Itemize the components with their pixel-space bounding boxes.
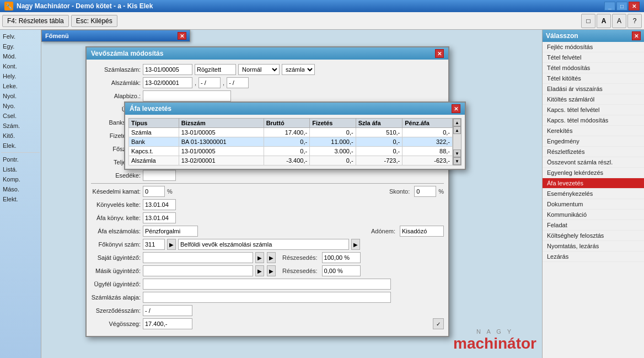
sidebar-item-felv[interactable]: Felv.	[1, 32, 40, 41]
sajat-input[interactable]	[143, 252, 253, 263]
sidebar-item-pontr[interactable]: Pontr.	[1, 155, 40, 164]
szamlaszam-input[interactable]	[143, 64, 192, 75]
sidebar-item-lista[interactable]: Listá.	[1, 165, 40, 174]
alszamlak-dash1[interactable]	[198, 77, 221, 88]
szerzodes-input[interactable]	[143, 305, 192, 316]
szamlazas-input[interactable]	[143, 292, 391, 303]
elszamolas-input[interactable]	[143, 226, 198, 237]
scroll-down2-button[interactable]: ▼	[453, 149, 461, 157]
reszesedes2-input[interactable]	[322, 265, 361, 276]
table-row[interactable]: Kapcs.t.13-01/000050,-3.000,-0,-88,-	[129, 147, 453, 156]
valasszon-item[interactable]: Lezárás	[543, 252, 644, 262]
valasszon-item[interactable]: Dokumentum	[543, 199, 644, 210]
masik-input[interactable]	[143, 265, 253, 276]
valasszon-item[interactable]: Összevont számla részl.	[543, 157, 644, 168]
sidebar-item-egy[interactable]: Egy.	[1, 42, 40, 51]
vegosszeg-input[interactable]	[143, 318, 192, 329]
ugyfel-ugyintező-input[interactable]	[143, 279, 391, 290]
valasszon-item[interactable]: Eseménykezelés	[543, 189, 644, 199]
help-button[interactable]: ?	[627, 14, 642, 28]
esc-button[interactable]: Esc: Kilépés	[71, 15, 117, 27]
sidebar-item-nyol[interactable]: Nyol.	[1, 92, 40, 100]
table-cell: 17.400,-	[264, 128, 310, 137]
skonto-input[interactable]	[414, 186, 436, 197]
sajat-browse2-button[interactable]: ▶	[267, 252, 276, 263]
scroll-up2-button[interactable]: ▲	[453, 126, 461, 134]
rogzitett-input[interactable]	[195, 64, 236, 75]
valasszon-item[interactable]: Egyenleg lekérdezés	[543, 168, 644, 178]
valasszon-title: Válasszon ✕	[543, 30, 644, 42]
kesedelmi-input[interactable]	[143, 186, 165, 197]
valasszon-close-button[interactable]: ✕	[632, 31, 641, 40]
valasszon-item[interactable]: Áfa levezetés	[543, 178, 644, 189]
reszesedes1-input[interactable]	[322, 252, 361, 263]
valasszon-item[interactable]: Tétel kitöltés	[543, 73, 644, 84]
table-cell: 0,-	[264, 137, 310, 147]
sidebar-item-elekt[interactable]: Elekt.	[1, 195, 40, 204]
valasszon-item[interactable]: Tétel felvétel	[543, 52, 644, 63]
szerzodes-row: Szerződésszám:	[91, 305, 444, 316]
fokonyv-desc-input[interactable]	[178, 239, 349, 250]
f4-button[interactable]: F4: Részletes tábla	[2, 15, 69, 27]
sidebar-item-maso[interactable]: Máso.	[1, 185, 40, 194]
sidebar-item-kito[interactable]: Kitő.	[1, 131, 40, 140]
valasszon-item[interactable]: Kitöltés számláról	[543, 94, 644, 105]
fomenu-close-button[interactable]: ✕	[178, 32, 186, 40]
valasszon-item[interactable]: Fejléc módosítás	[543, 42, 644, 52]
sidebar-item-mod[interactable]: Mód.	[1, 52, 40, 61]
sidebar-item-nyo[interactable]: Nyo.	[1, 101, 40, 110]
valasszon-item[interactable]: Nyomtatás, lezárás	[543, 241, 644, 252]
table-row[interactable]: BankBA 01-130000010,-11.000,-0,-322,-	[129, 137, 453, 147]
restore-button[interactable]: □	[581, 14, 595, 28]
sidebar-item-elek[interactable]: Elek.	[1, 141, 40, 150]
sidebar-item-csel[interactable]: Csel.	[1, 111, 40, 120]
valasszon-item[interactable]: Költséghely felosztás	[543, 231, 644, 241]
font-a-large-button[interactable]: A	[597, 14, 611, 28]
afa-konyv-input[interactable]	[143, 212, 176, 223]
konyv-input[interactable]	[143, 199, 176, 210]
table-cell: 0,-	[356, 147, 402, 156]
alszamlak-dash2[interactable]	[227, 77, 249, 88]
font-a-small-button[interactable]: A	[612, 14, 626, 28]
maximize-button[interactable]: □	[616, 2, 627, 10]
sidebar-item-komp[interactable]: Komp.	[1, 175, 40, 184]
table-row[interactable]: Számla13-01/0000517.400,-0,-510,-0,-	[129, 128, 453, 137]
sidebar-item-leke[interactable]: Leke.	[1, 82, 40, 90]
esedeke-input[interactable]	[143, 170, 176, 181]
valasszon-item[interactable]: Kommunikáció	[543, 210, 644, 220]
sajat-browse-button[interactable]: ▶	[255, 252, 264, 263]
alapbizo-input[interactable]	[143, 90, 231, 101]
valasszon-item[interactable]: Engedmény	[543, 136, 644, 147]
valasszon-item[interactable]: Kerekítés	[543, 126, 644, 136]
afa-scrollbar[interactable]: ▲ ▲ ▼ ▼	[453, 118, 461, 165]
masik-browse-button[interactable]: ▶	[255, 265, 264, 276]
table-row[interactable]: Alszámla13-02/00001-3.400,-0,--723,--623…	[129, 156, 453, 165]
szamla-select[interactable]: számla	[282, 64, 315, 75]
minimize-button[interactable]: _	[604, 2, 615, 10]
sidebar-item-hely[interactable]: Hely.	[1, 72, 40, 81]
table-cell: 0,-	[310, 128, 356, 137]
adonem-input[interactable]	[400, 226, 444, 237]
afa-dialog-title: Áfa levezetés	[130, 105, 171, 113]
confirm-check-button[interactable]: ✓	[433, 318, 444, 329]
valasszon-item[interactable]: Tétel módosítás	[543, 63, 644, 73]
fokonyv-browse-button[interactable]: ▶	[167, 239, 176, 250]
vevo-dialog-close-button[interactable]: ✕	[435, 49, 444, 58]
close-button[interactable]: ✕	[629, 2, 640, 10]
masik-browse2-button[interactable]: ▶	[267, 265, 276, 276]
fokonyv-input[interactable]	[143, 239, 165, 250]
scroll-up-button[interactable]: ▲	[453, 119, 461, 126]
valasszon-item[interactable]: Eladási ár visszaírás	[543, 84, 644, 94]
normal-select[interactable]: Normál	[238, 64, 280, 75]
valasszon-item[interactable]: Kapcs. tétel felvétel	[543, 105, 644, 115]
sidebar-item-szam[interactable]: Szám.	[1, 121, 40, 130]
valasszon-item[interactable]: Részletfizetés	[543, 147, 644, 157]
szerzodes-label: Szerződésszám:	[91, 307, 141, 314]
valasszon-item[interactable]: Feladat	[543, 220, 644, 231]
scroll-down-button[interactable]: ▼	[453, 157, 461, 165]
afa-dialog-close-button[interactable]: ✕	[452, 104, 460, 113]
alszamlak-input[interactable]	[143, 77, 192, 88]
sidebar-item-kont[interactable]: Kont.	[1, 62, 40, 71]
fokonyv-desc-browse-button[interactable]: ▶	[351, 239, 360, 250]
valasszon-item[interactable]: Kapcs. tétel módosítás	[543, 115, 644, 126]
